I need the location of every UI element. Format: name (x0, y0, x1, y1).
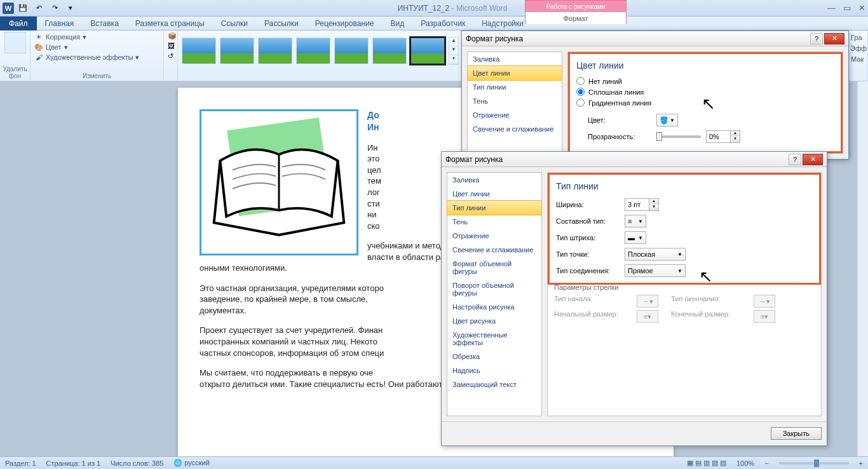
dialog-help-button[interactable]: ? (789, 154, 801, 165)
inserted-picture[interactable] (200, 109, 358, 255)
save-button[interactable]: 💾 (16, 2, 30, 15)
transparency-label: Прозрачность: (588, 133, 651, 140)
style-thumb[interactable] (296, 37, 330, 64)
cat-shadow[interactable]: Тень (468, 94, 562, 108)
status-page[interactable]: Страница: 1 из 1 (46, 459, 101, 467)
dialog-titlebar[interactable]: Формат рисунка ? ✕ (462, 31, 848, 46)
cat-glow[interactable]: Свечение и сглаживание (468, 122, 562, 136)
cat-picture-corrections[interactable]: Настройка рисунка (447, 300, 541, 314)
minimize-button[interactable]: — (827, 3, 836, 13)
width-spinner[interactable]: 3 пт▲▼ (625, 198, 659, 211)
cap-label: Тип точки: (556, 250, 620, 258)
change-picture-button[interactable]: 🖼 (168, 42, 173, 52)
end-type-combo[interactable]: →▾ (754, 295, 775, 308)
end-size-combo[interactable]: ≡▾ (754, 310, 775, 323)
compound-type-combo[interactable]: ≡▼ (625, 215, 646, 228)
transparency-spinner[interactable]: 0%▲▼ (706, 130, 740, 143)
cat-fill[interactable]: Заливка (468, 52, 562, 66)
cat-reflection[interactable]: Отражение (447, 229, 541, 243)
redo-button[interactable]: ↷ (48, 2, 62, 15)
radio-solid-line[interactable]: Сплошная линия (576, 86, 834, 97)
cat-3drotation[interactable]: Поворот объемной фигуры (447, 278, 541, 300)
radio-no-line[interactable]: Нет линий (576, 76, 834, 86)
cat-linetype[interactable]: Тип линии (468, 80, 562, 94)
status-wordcount[interactable]: Число слов: 385 (111, 459, 163, 467)
transparency-slider[interactable] (656, 135, 701, 138)
dialog-close-button[interactable]: ✕ (824, 33, 844, 44)
restore-button[interactable]: ▭ (843, 3, 851, 13)
cap-type-combo[interactable]: Плоская▼ (625, 248, 686, 261)
cat-textbox[interactable]: Надпись (447, 364, 541, 377)
cat-3dformat[interactable]: Формат объемной фигуры (447, 257, 541, 278)
dialog-close-button[interactable]: ✕ (803, 154, 823, 165)
cat-alttext[interactable]: Замещающий текст (447, 377, 541, 391)
compress-pictures-button[interactable]: 📦 (168, 32, 173, 42)
zoom-level[interactable]: 100% (736, 459, 754, 467)
style-thumb[interactable] (182, 37, 216, 64)
cat-linetype[interactable]: Тип линии (447, 200, 542, 215)
style-thumb[interactable] (220, 37, 254, 64)
cat-crop[interactable]: Обрезка (447, 350, 541, 364)
tab-format[interactable]: Формат (526, 12, 626, 24)
status-section[interactable]: Раздел: 1 (5, 459, 36, 467)
arrow-settings: Параметры стрелки Тип начала:→▾ Тип окон… (554, 283, 815, 324)
tab-layout[interactable]: Разметка страницы (127, 17, 213, 30)
book-icon (201, 111, 356, 254)
close-window-button[interactable]: ✕ (858, 3, 865, 13)
cat-glow[interactable]: Свечение и сглаживание (447, 243, 541, 257)
undo-button[interactable]: ↶ (32, 2, 46, 15)
style-thumb-selected[interactable] (410, 37, 445, 64)
tab-developer[interactable]: Разработчик (412, 17, 473, 30)
view-shortcuts[interactable]: ▦ ▤ ▥ ▧ ▨ (687, 459, 726, 467)
ribbon-group-adjust: ☀Коррекция ▾ 🎨Цвет ▾ 🖌Художественные эфф… (31, 31, 164, 81)
tab-home[interactable]: Главная (37, 17, 83, 30)
cat-picture-color[interactable]: Цвет рисунка (447, 314, 541, 328)
dash-type-combo[interactable]: ▬▼ (625, 231, 646, 244)
window-title: ИНТУИТ_12_2 - Microsoft Word (78, 4, 827, 13)
picture-tools-context-tab: Работа с рисунками Формат (525, 0, 627, 24)
status-language[interactable]: 🌐 русский (173, 459, 210, 467)
gallery-scroll-buttons[interactable]: ▲▼▾ (449, 37, 459, 65)
cat-linecolor[interactable]: Цвет линии (467, 65, 562, 81)
cat-artistic-effects[interactable]: Художественные эффекты (447, 328, 541, 350)
tab-addins[interactable]: Надстройки (473, 17, 532, 30)
cat-reflection[interactable]: Отражение (468, 108, 562, 122)
cat-linecolor[interactable]: Цвет линии (447, 187, 541, 201)
tab-insert[interactable]: Вставка (82, 17, 127, 30)
corrections-button[interactable]: ☀Коррекция ▾ (34, 32, 159, 42)
titlebar: W 💾 ↶ ↷ ▾ ИНТУИТ_12_2 - Microsoft Word —… (0, 0, 868, 17)
tab-file[interactable]: Файл (0, 17, 37, 31)
tab-view[interactable]: Вид (382, 17, 412, 30)
tab-review[interactable]: Рецензирование (307, 17, 383, 30)
zoom-slider[interactable] (779, 462, 849, 465)
begin-type-combo[interactable]: →▾ (637, 295, 658, 308)
remove-background-button[interactable] (4, 32, 26, 53)
zoom-in-button[interactable]: + (859, 459, 863, 467)
tab-mailings[interactable]: Рассылки (256, 17, 307, 30)
style-thumb[interactable] (258, 37, 292, 64)
dialog-footer: Закрыть (442, 421, 827, 445)
reset-picture-button[interactable]: ↺ (168, 52, 173, 62)
radio-gradient-line[interactable]: Градиентная линия (576, 97, 834, 108)
vertical-scrollbar[interactable] (857, 81, 868, 456)
cat-fill[interactable]: Заливка (447, 173, 541, 187)
cat-shadow[interactable]: Тень (447, 215, 541, 229)
begin-size-combo[interactable]: ≡▾ (637, 310, 658, 323)
artistic-effects-button[interactable]: 🖌Художественные эффекты ▾ (34, 52, 159, 62)
color-picker-button[interactable]: 🪣▼ (656, 114, 678, 126)
linecolor-panel: Цвет линии Нет линий Сплошная линия Град… (567, 51, 843, 154)
dialog-title: Формат рисунка (445, 155, 789, 164)
color-button[interactable]: 🎨Цвет ▾ (34, 42, 159, 52)
join-type-combo[interactable]: Прямое▼ (625, 264, 686, 277)
style-thumb[interactable] (372, 37, 407, 64)
dialog-help-button[interactable]: ? (810, 33, 823, 44)
zoom-out-button[interactable]: − (764, 459, 768, 467)
arrow-settings-title: Параметры стрелки (554, 283, 815, 291)
tab-references[interactable]: Ссылки (213, 17, 256, 30)
dialog-titlebar[interactable]: Формат рисунка ? ✕ (442, 152, 827, 167)
format-picture-dialog-linetype: Формат рисунка ? ✕ Заливка Цвет линии Ти… (441, 151, 827, 446)
close-button[interactable]: Закрыть (771, 427, 822, 440)
qat-customize-button[interactable]: ▾ (64, 2, 78, 15)
style-thumb[interactable] (334, 37, 369, 64)
panel-title: Тип линии (556, 181, 813, 191)
